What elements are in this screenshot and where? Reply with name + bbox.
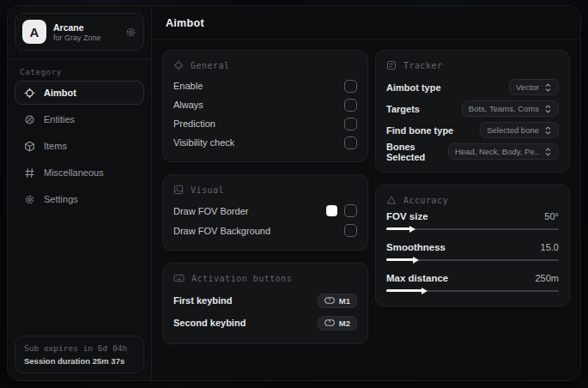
sidebar: A Arcane for Gray Zone Category xyxy=(8,6,152,380)
setting-label: Bones Selected xyxy=(386,142,448,162)
visibility-check-checkbox[interactable] xyxy=(344,136,357,149)
keybind-value: M2 xyxy=(339,318,350,328)
first-keybind-button[interactable]: M1 xyxy=(318,294,357,308)
sidebar-item-label: Entities xyxy=(44,114,75,124)
setting-label: First keybind xyxy=(173,295,232,306)
setting-row-always: Always xyxy=(173,95,357,114)
slider-thumb[interactable] xyxy=(421,288,427,294)
sidebar-item-miscellaneous[interactable]: Miscellaneous xyxy=(15,161,144,185)
setting-label: Smoothness xyxy=(386,242,446,252)
chevron-up-down-icon xyxy=(544,83,552,92)
smoothness-value: 15.0 xyxy=(541,242,559,252)
left-column: General Enable Always Prediction xyxy=(162,50,368,344)
draw-fov-background-checkbox[interactable] xyxy=(344,224,357,237)
slider-header: Smoothness 15.0 xyxy=(386,242,559,252)
slider-header: Max distance 250m xyxy=(386,273,559,283)
slider-thumb[interactable] xyxy=(413,257,419,264)
setting-label: Prediction xyxy=(173,118,215,129)
aimbot-type-select[interactable]: Vector xyxy=(509,79,559,95)
draw-fov-border-checkbox[interactable] xyxy=(344,204,357,217)
always-checkbox[interactable] xyxy=(344,99,357,112)
setting-label: Targets xyxy=(386,104,420,114)
keybind-value: M1 xyxy=(339,296,350,306)
game-background: A Arcane for Gray Zone Category xyxy=(0,0,588,388)
crosshair-icon xyxy=(24,88,35,99)
border-controls xyxy=(326,204,357,217)
triangle-icon xyxy=(386,195,397,205)
sidebar-item-entities[interactable]: Entities xyxy=(15,107,144,131)
chevron-up-down-icon xyxy=(544,126,552,135)
mouse-icon xyxy=(324,319,335,326)
slider-thumb[interactable] xyxy=(409,226,415,233)
main-panel: Aimbot General xyxy=(152,6,580,380)
setting-row-find-bone-type: Find bone type Selected bone xyxy=(386,119,559,141)
setting-row-draw-fov-background: Draw FOV Background xyxy=(173,221,357,240)
brand-section: A Arcane for Gray Zone xyxy=(8,6,151,59)
visual-card-header: Visual xyxy=(173,185,357,195)
card-title: Visual xyxy=(191,185,224,195)
setting-label: Enable xyxy=(173,81,203,91)
setting-row-prediction: Prediction xyxy=(173,114,357,133)
setting-row-enable: Enable xyxy=(173,76,357,95)
setting-label: Visibility check xyxy=(173,137,234,148)
slider-fill xyxy=(386,258,414,261)
app-window: A Arcane for Gray Zone Category xyxy=(7,5,581,381)
card-title: Activation buttons xyxy=(191,274,292,283)
targets-select[interactable]: Bots, Teams, Coms xyxy=(462,100,559,117)
sidebar-item-aimbot[interactable]: Aimbot xyxy=(15,81,144,105)
slider-fill xyxy=(386,227,410,230)
fov-border-color-swatch[interactable] xyxy=(326,205,337,216)
app-subtitle: for Gray Zone xyxy=(53,33,101,42)
accuracy-card: Accuracy FOV size 50° xyxy=(375,185,570,306)
cube-icon xyxy=(24,141,35,152)
logo-letter: A xyxy=(30,25,39,39)
subscription-info: Sub expires in 6d 04h Session duration 2… xyxy=(15,336,144,373)
sidebar-item-items[interactable]: Items xyxy=(15,134,144,158)
second-keybind-button[interactable]: M2 xyxy=(318,316,357,330)
select-value: Vector xyxy=(516,82,539,92)
accuracy-card-header: Accuracy xyxy=(386,195,559,205)
card-title: General xyxy=(191,61,230,70)
find-bone-type-select[interactable]: Selected bone xyxy=(480,122,559,138)
bones-selected-select[interactable]: Head, Neck, Body, Pe.. xyxy=(448,143,559,160)
smoothness-slider[interactable] xyxy=(386,256,559,264)
sub-expires-text: Sub expires in 6d 04h xyxy=(24,343,135,353)
activation-card-header: Activation buttons xyxy=(173,273,357,283)
gear-icon xyxy=(24,194,35,205)
setting-row-aimbot-type: Aimbot type Vector xyxy=(386,76,559,98)
setting-row-targets: Targets Bots, Teams, Coms xyxy=(386,98,559,119)
sidebar-item-label: Settings xyxy=(44,194,78,204)
chevron-up-down-icon xyxy=(544,148,552,156)
enable-checkbox[interactable] xyxy=(344,80,357,93)
max-distance-setting: Max distance 250m xyxy=(386,273,559,294)
sidebar-item-settings[interactable]: Settings xyxy=(15,187,144,211)
entities-icon xyxy=(24,114,35,125)
sidebar-item-label: Aimbot xyxy=(44,88,76,98)
setting-label: Max distance xyxy=(386,273,448,283)
page-header: Aimbot xyxy=(152,6,580,39)
setting-label: FOV size xyxy=(386,211,428,221)
setting-row-bones-selected: Bones Selected Head, Neck, Body, Pe.. xyxy=(386,141,559,162)
activation-buttons-card: Activation buttons First keybind M1 xyxy=(162,263,368,344)
sidebar-nav: Aimbot Entities It xyxy=(8,81,151,211)
setting-label: Draw FOV Border xyxy=(173,206,248,216)
sidebar-item-label: Items xyxy=(44,141,67,151)
setting-row-draw-fov-border: Draw FOV Border xyxy=(173,201,357,221)
slider-fill xyxy=(386,289,422,292)
app-title: Arcane xyxy=(53,22,101,33)
max-distance-slider[interactable] xyxy=(386,287,559,294)
setting-label: Draw FOV Background xyxy=(173,226,270,236)
select-value: Head, Neck, Body, Pe.. xyxy=(455,147,539,156)
gear-icon[interactable] xyxy=(125,27,136,38)
setting-row-first-keybind: First keybind M1 xyxy=(173,289,357,312)
prediction-checkbox[interactable] xyxy=(344,118,357,130)
brand-text: Arcane for Gray Zone xyxy=(53,22,101,42)
sidebar-item-label: Miscellaneous xyxy=(44,167,104,178)
fov-size-slider[interactable] xyxy=(386,225,559,233)
max-distance-value: 250m xyxy=(535,273,559,283)
slider-header: FOV size 50° xyxy=(386,211,559,221)
tracker-card-header: Tracker xyxy=(386,60,559,70)
general-card: General Enable Always Prediction xyxy=(162,50,368,162)
smoothness-setting: Smoothness 15.0 xyxy=(386,242,559,264)
fov-size-setting: FOV size 50° xyxy=(386,211,559,233)
